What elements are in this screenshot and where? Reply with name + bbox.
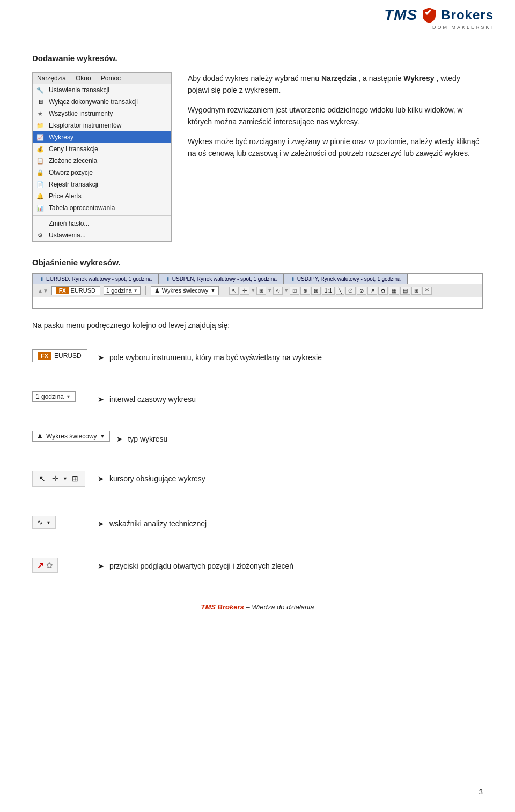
arrow-bullet-charttype: ➤ — [116, 435, 123, 443]
table-icon — [36, 204, 45, 212]
bell-icon — [36, 192, 45, 200]
menu-item-wszystkie[interactable]: Wszystkie instrumenty — [33, 108, 171, 120]
lines-icon[interactable]: ▤ — [400, 287, 410, 295]
menu-item-pozycje[interactable]: Otwórz pozycje — [33, 167, 171, 178]
star2-icon[interactable]: ✿ — [378, 287, 388, 295]
cursor-arrow-icon[interactable]: ↖ — [229, 287, 239, 295]
zoom-icon[interactable]: ⊕ — [300, 287, 310, 295]
tab-usdpln-label: USDPLN, Rynek walutowy - spot, 1 godzina — [172, 276, 277, 282]
tab-usdpln[interactable]: ⬆ USDPLN, Rynek walutowy - spot, 1 godzi… — [159, 274, 284, 284]
wave-icon[interactable]: ∿ — [273, 287, 283, 295]
symbol-desc: ➤ pole wyboru instrumentu, który ma być … — [98, 352, 483, 363]
pc-icon — [36, 98, 45, 106]
menu-item-zmien-label: Zmień hasło... — [49, 220, 89, 227]
menu-topbar: Narzędzia Okno Pomoc — [33, 73, 171, 84]
para2: Wygodnym rozwiązaniem jest utworzenie od… — [188, 104, 483, 128]
cursor-arrow-btn[interactable]: ↖ — [37, 473, 48, 484]
menu-item-alerts[interactable]: Price Alerts — [33, 190, 171, 202]
arrow-bullet-indicator: ➤ — [98, 519, 104, 528]
desc-row-cursors: ↖ ✛ ▼ ⊞ ➤ kursory obsługujące wykresy — [32, 465, 483, 495]
ctrl-charttype-arrow: ▼ — [210, 288, 215, 293]
menu-topbar-narzedzia[interactable]: Narzędzia — [37, 75, 66, 82]
charttype-widget-area: ♟ Wykres świecowy ▼ — [32, 426, 110, 450]
menu-item-tabela[interactable]: Tabela oprocentowania — [33, 202, 171, 214]
tab-eurusd[interactable]: ⬆ EURUSD. Rynek walutowy - spot, 1 godzi… — [33, 274, 159, 284]
menu-item-zmien[interactable]: Zmień hasło... — [33, 218, 171, 229]
interval-arrow-icon: ▼ — [66, 394, 71, 399]
grid2-icon[interactable]: ⊞ — [311, 287, 321, 295]
tab-usdjpy[interactable]: ⬆ USDJPY, Rynek walutowy - spot, 1 godzi… — [284, 274, 408, 284]
no-icon[interactable]: ∅ — [345, 287, 356, 295]
section1-heading: Dodawanie wykresów. — [32, 54, 483, 63]
para1-bold-wykresy: Wykresy — [403, 74, 434, 83]
lock-icon — [36, 168, 45, 177]
charttype-arrow-icon: ▼ — [100, 434, 105, 439]
clone-icon[interactable]: ⊡ — [290, 287, 299, 295]
menu-item-rejestr[interactable]: Rejestr transakcji — [33, 178, 171, 190]
desc-row-indicator: ∿ ▼ ➤ wskaźniki analizy technicznej — [32, 510, 483, 538]
lock2-icon[interactable]: ⁰⁰ — [422, 287, 432, 295]
menu-item-wykresy[interactable]: Wykresy — [33, 131, 171, 143]
indicator-widget[interactable]: ∿ ▼ — [32, 516, 56, 529]
para1-mid: , a następnie — [358, 74, 403, 83]
menu-item-zlecenia[interactable]: Złożone zlecenia — [33, 155, 171, 167]
arrow-bullet-cursors: ➤ — [98, 474, 104, 483]
position-icons-widget: ↗ ✿ — [32, 558, 58, 573]
menu-item-eksplorator-label: Eksplorator instrumentów — [49, 122, 121, 129]
fx-badge: FX — [38, 352, 51, 360]
menu-item-ustawienia[interactable]: Ustawienia transakcji — [33, 84, 171, 96]
menu-item-alerts-label: Price Alerts — [49, 192, 82, 200]
pos-star-icon[interactable]: ✿ — [46, 561, 53, 570]
arrow-up-icon[interactable]: ↗ — [367, 287, 377, 295]
menu-item-ceny[interactable]: Ceny i transakcje — [33, 143, 171, 155]
indicator-arrow-icon: ▼ — [46, 520, 51, 525]
grid3-icon[interactable]: ▦ — [389, 287, 399, 295]
diagonal-icon[interactable]: ╲ — [336, 287, 344, 295]
ctrl-charttype-label: Wykres świecowy — [162, 287, 209, 294]
wrench-icon — [36, 86, 45, 94]
tab-eurusd-icon: ⬆ — [40, 276, 44, 282]
cursor-cross-btn[interactable]: ✛ — [50, 473, 61, 484]
toolbar-screenshot: ⬆ EURUSD. Rynek walutowy - spot, 1 godzi… — [32, 273, 483, 309]
symbol-widget[interactable]: FX EURUSD — [32, 349, 87, 362]
charttype-widget[interactable]: ♟ Wykres świecowy ▼ — [32, 431, 110, 442]
reg-icon — [36, 180, 45, 189]
para1-bold-narzedzia: Narzędzia — [321, 74, 356, 83]
menu-item-ustawienia2[interactable]: Ustawienia... — [33, 229, 171, 241]
interval-label: 1 godzina — [36, 393, 64, 400]
positions-desc: ➤ przyciski podglądu otwartych pozycji i… — [98, 560, 483, 572]
indicator-widget-area: ∿ ▼ — [32, 510, 91, 538]
menu-item-wykresy-label: Wykresy — [49, 133, 73, 141]
menu-item-ustawienia2-label: Ustawienia... — [49, 232, 86, 239]
cursor-dd-icon[interactable]: ▼ — [63, 476, 68, 481]
tab-usdpln-icon: ⬆ — [166, 276, 170, 282]
section1-text: Aby dodać wykres należy wybrać menu Narz… — [188, 72, 483, 167]
menu-item-wylacz[interactable]: Wyłącz dokonywanie transakcji — [33, 96, 171, 108]
indicator-desc: ➤ wskaźniki analizy technicznej — [98, 518, 483, 530]
menu-item-zlecenia-label: Złożone zlecenia — [49, 157, 97, 165]
dropdown-icon[interactable]: ▼ — [251, 288, 255, 293]
crosshair-icon[interactable]: ✛ — [240, 287, 249, 295]
ctrl-charttype-dropdown[interactable]: ♟ Wykres świecowy ▼ — [151, 286, 219, 295]
menu-item-eksplorator[interactable]: Eksplorator instrumentów — [33, 120, 171, 131]
desc-row-interval: 1 godzina ▼ ➤ interwał czasowy wykresu — [32, 386, 483, 411]
pos-arrow-icon[interactable]: ↗ — [37, 561, 44, 570]
menu-topbar-pomoc[interactable]: Pomoc — [101, 75, 121, 82]
ctrl-symbol-box[interactable]: FX EURUSD — [52, 286, 100, 295]
grid-icon[interactable]: ⊞ — [256, 287, 266, 295]
charttype-label: Wykres świecowy — [46, 433, 97, 440]
noedit-icon[interactable]: ⊘ — [357, 287, 366, 295]
ctrl-charttype-icon: ♟ — [154, 287, 160, 294]
menu-topbar-okno[interactable]: Okno — [76, 75, 91, 82]
ctrl-interval-select[interactable]: 1 godzina ▼ — [104, 286, 141, 295]
ctrl-expand-icon[interactable]: ▲▼ — [38, 288, 48, 294]
interval-desc: ➤ interwał czasowy wykresu — [98, 393, 483, 405]
ratio-icon[interactable]: 1:1 — [322, 287, 335, 295]
copy-icon[interactable]: ⊞ — [411, 287, 421, 295]
page-footer: TMS Brokers – Wiedza do działania — [32, 603, 483, 611]
logo-subtitle: DOM MAKLERSKI — [432, 25, 494, 30]
grid-dd-icon[interactable]: ▼ — [267, 288, 272, 293]
cursor-grid-btn[interactable]: ⊞ — [70, 473, 80, 484]
interval-widget[interactable]: 1 godzina ▼ — [32, 391, 76, 402]
wave-dd-icon[interactable]: ▼ — [284, 288, 289, 293]
